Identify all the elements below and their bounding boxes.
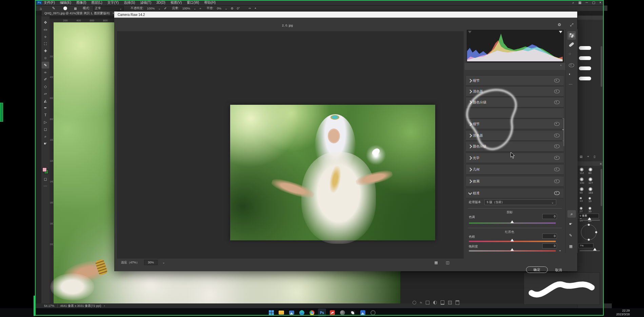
zoom-level-dropdown[interactable]: 30% [144,260,158,265]
brush-preset[interactable]: 13 [580,197,588,207]
menu-layer[interactable]: 图层(L) [92,0,102,5]
new-group-icon[interactable]: ▤ [580,155,583,158]
eyedropper-tool[interactable]: ✚ [42,47,49,54]
eye-icon[interactable] [554,134,560,137]
brush-preset[interactable]: 127 [588,177,597,187]
blur-tool[interactable]: ◭ [42,97,49,104]
brush-angle-dial[interactable] [581,224,597,240]
eye-icon[interactable] [554,79,560,82]
history-brush-tool[interactable]: ✐ [42,76,49,83]
brush-size-slider[interactable] [580,220,600,221]
brush-flow-slider[interactable] [580,250,600,251]
hue-value[interactable]: 0 [542,234,557,239]
section-geometry[interactable]: 几何 [466,164,564,175]
camera-raw-title-bar[interactable]: Camera Raw 14.2 [114,12,577,18]
link-icon[interactable] [412,301,416,304]
eye-icon[interactable] [554,144,560,148]
eraser-tool[interactable]: ◇ [42,83,49,90]
fit-zoom-button[interactable]: 适应（47%） [121,260,139,265]
blue-app-icon[interactable] [359,309,367,317]
eye-icon[interactable] [554,179,560,183]
masking-tool-icon[interactable]: ◌ [569,52,571,56]
section-calibration[interactable]: 校准 [466,188,564,198]
acr-settings-gear-icon[interactable]: ⚙ [558,22,561,27]
toggle-panel-icon[interactable]: ▦ [74,7,77,10]
menu-window[interactable]: 窗口(W) [187,0,199,5]
new-brush-icon[interactable]: ＋ [587,154,590,159]
capture-side-tab[interactable] [0,103,3,122]
saturation-slider-thumb[interactable] [510,248,514,251]
photoshop-taskbar-icon[interactable]: Ps [318,309,326,317]
opacity-value[interactable]: 100% [147,7,155,10]
brush-tool-acr-icon[interactable]: ✎ [569,233,572,238]
brush-stroke-preview[interactable] [579,66,591,70]
fx-icon[interactable]: fx [420,301,422,304]
ok-button[interactable]: 确定 [526,266,548,273]
hue-slider-thumb[interactable] [510,239,514,241]
brush-stroke-preview[interactable] [579,46,591,50]
brush-preset-icon[interactable] [63,6,67,10]
edit-tool[interactable] [567,31,576,40]
workspace-layout-icon[interactable]: ▦ [578,1,581,4]
menu-select[interactable]: 选择(S) [124,0,135,5]
healing-tool[interactable]: ⌾ [42,55,49,61]
foreground-color-swatch[interactable] [42,167,47,172]
healing-tool-icon[interactable] [569,42,575,47]
more-tools-icon[interactable]: ⋯ [569,82,572,86]
section-color-mixer[interactable]: 混色器 [466,86,564,97]
brush-stroke-preview[interactable] [579,77,591,80]
pressure-opacity-icon[interactable]: ✐ [164,7,167,10]
photos-app-icon[interactable] [287,309,296,317]
brush-flow-field[interactable]: 7% [578,243,593,248]
quick-mask-icon[interactable]: ◻ [42,176,49,182]
saturation-value[interactable]: 0 [542,243,557,249]
home-icon[interactable]: ⌂ [40,6,42,11]
brush-settings-header[interactable]: ≡ [578,161,604,166]
scroll-down-icon[interactable]: ⌄ [559,248,561,252]
menu-type[interactable]: 文字(Y) [107,0,119,5]
adjustment-layer-icon[interactable] [433,301,437,304]
crop-tool[interactable]: ⛶ [42,40,49,47]
acr-preview-area[interactable] [117,31,464,259]
tint-value[interactable]: 0 [542,214,557,219]
hand-tool[interactable]: ☛ [42,140,49,147]
section-detail[interactable]: 细节 [466,75,564,86]
section-color-mixer-2[interactable]: 混色器 [466,130,564,141]
eye-icon[interactable] [554,100,560,104]
delete-brush-icon[interactable]: ▯ [594,155,596,158]
brush-preset[interactable]: 50 [580,187,588,197]
red-eye-tool-icon[interactable] [569,62,574,68]
menu-file[interactable]: 文件(F) [44,0,55,5]
opacity-chevron-icon[interactable]: ⌄ [158,7,161,10]
brush-preset[interactable]: 112 [580,167,588,177]
type-tool[interactable]: T [42,112,49,118]
screen-mode-icon[interactable]: ⋯ [42,182,49,189]
pen-tool[interactable]: ✒ [42,104,49,111]
brush-preset[interactable]: 100 [580,177,588,187]
lasso-tool[interactable]: ⟡ [42,33,49,40]
menu-filter[interactable]: 滤镜(T) [140,0,152,5]
zoom-tool[interactable]: ⌕ [42,133,49,140]
brush-angle-value[interactable]: 0° [237,7,240,10]
histogram[interactable] [467,30,564,62]
file-explorer-icon[interactable] [277,309,285,317]
edge-browser-icon[interactable] [298,309,306,317]
section-blank[interactable] [466,108,564,118]
clone-stamp-tool[interactable]: ⌯ [42,69,49,76]
smoothing-value[interactable]: 0% [217,7,221,10]
dark-dial-app-icon[interactable] [369,309,377,317]
panel-tab-bar[interactable] [578,16,604,20]
before-after-icon[interactable]: ◫ [446,260,449,265]
panel-scrollbar[interactable] [601,169,602,206]
smoothing-gear-icon[interactable]: ⚙ [231,7,234,10]
search-icon[interactable]: ⌕ [572,1,575,5]
eye-icon[interactable] [554,167,560,171]
airbrush-icon[interactable]: ≈ [200,7,201,10]
zoom-tool-acr[interactable]: ⌕ [567,210,576,218]
highlight-clip-icon[interactable] [559,31,562,33]
smoothing-chevron-icon[interactable]: ⌄ [225,7,227,10]
taskbar-clock[interactable]: 22:29 2023/3/28 [609,309,630,316]
start-button[interactable] [267,309,275,317]
scroll-up-icon[interactable]: ⌃ [560,64,562,68]
menu-3d[interactable]: 3D(D) [156,1,165,4]
